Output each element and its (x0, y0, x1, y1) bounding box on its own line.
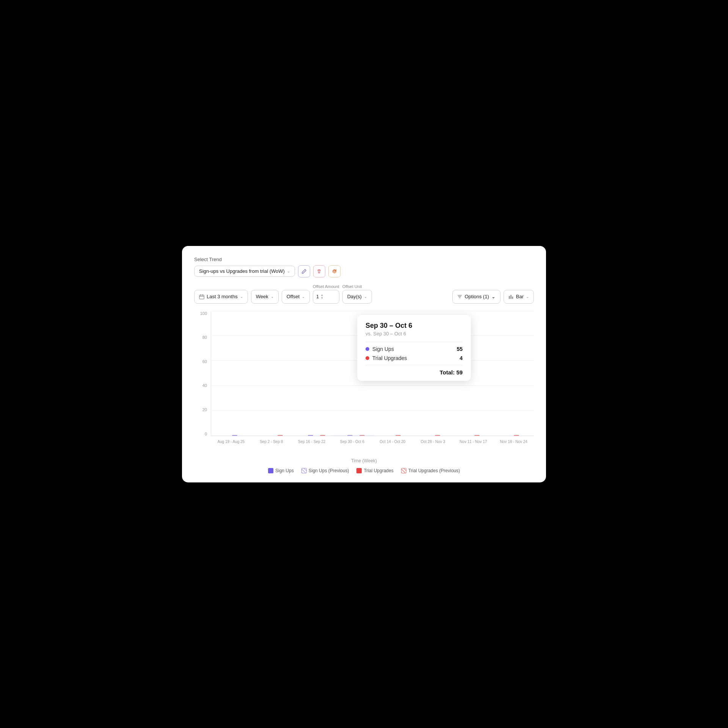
legend-item-trials: Trial Upgrades (356, 468, 393, 473)
stepper-arrows: ▲ ▼ (320, 294, 323, 300)
y-axis: 0 20 40 60 80 100 (194, 311, 209, 436)
legend: Sign Ups Sign Ups (Previous) Trial Upgra… (194, 468, 534, 473)
delete-button[interactable] (313, 265, 325, 277)
trend-select[interactable]: Sign-ups vs Upgrades from trial (WoW) ⌄ (194, 266, 295, 277)
reset-button[interactable] (328, 265, 340, 277)
granularity-filter[interactable]: Week ⌄ (251, 290, 279, 304)
chart-type-label: Bar (516, 294, 524, 299)
chart-inner (211, 311, 534, 436)
bar (395, 435, 401, 436)
chevron-down-icon: ⌄ (240, 294, 243, 299)
offset-unit-filter[interactable]: Day(s) ⌄ (342, 290, 372, 304)
x-label-6: Nov 11 - Nov 17 (453, 437, 494, 455)
options-button[interactable]: Options (1) ⌄ (452, 290, 500, 304)
offset-amount-label: Offset Amount (313, 284, 339, 289)
legend-swatch-signups-prev (301, 468, 307, 473)
offset-unit-group: Offset Unit Day(s) ⌄ (342, 284, 372, 304)
bar (474, 435, 480, 436)
bar (232, 435, 237, 436)
offset-amount-group: Offset Amount 1 ▲ ▼ (313, 284, 339, 304)
legend-swatch-trials (356, 468, 362, 473)
bar-group-1[interactable] (254, 435, 294, 436)
legend-item-signups: Sign Ups (268, 468, 294, 473)
legend-label-trials-prev: Trial Upgrades (Previous) (408, 468, 460, 473)
legend-item-signups-prev: Sign Ups (Previous) (301, 468, 349, 473)
bar-group-0[interactable] (215, 435, 254, 436)
bar-group-6[interactable] (451, 435, 491, 436)
legend-label-trials: Trial Upgrades (364, 468, 393, 473)
x-label-1: Sep 2 - Sep 8 (251, 437, 292, 455)
chart-area: 0 20 40 60 80 100 Aug 19 - Aug 25Sep 2 -… (194, 311, 534, 455)
x-labels: Aug 19 - Aug 25Sep 2 - Sep 8Sep 16 - Sep… (211, 437, 534, 455)
svg-rect-3 (512, 297, 513, 299)
y-label-60: 60 (194, 359, 209, 364)
svg-rect-2 (510, 295, 511, 299)
x-label-5: Oct 28 - Nov 3 (413, 437, 453, 455)
offset-type-label: Offset (287, 294, 300, 299)
offset-unit-value: Day(s) (347, 294, 362, 299)
granularity-label: Week (256, 294, 268, 299)
y-label-80: 80 (194, 335, 209, 340)
chevron-down-icon: ⌄ (364, 294, 367, 299)
x-label-4: Oct 14 - Oct 20 (372, 437, 413, 455)
legend-swatch-signups (268, 468, 273, 473)
bar (320, 435, 325, 436)
offset-amount-input[interactable]: 1 ▲ ▼ (313, 290, 339, 304)
svg-rect-1 (509, 296, 510, 299)
edit-button[interactable] (298, 265, 310, 277)
bar-group-7[interactable] (491, 435, 530, 436)
chevron-down-icon: ⌄ (287, 269, 290, 273)
bar-group-4[interactable] (373, 435, 412, 436)
y-label-0: 0 (194, 432, 209, 436)
y-label-100: 100 (194, 311, 209, 316)
bar-chart-icon (508, 294, 514, 299)
svg-rect-0 (199, 295, 204, 299)
date-range-filter[interactable]: Last 3 months ⌄ (194, 290, 248, 304)
legend-swatch-trials-prev (401, 468, 406, 473)
bar (435, 435, 440, 436)
x-axis-title: Time (Week) (194, 458, 534, 463)
trend-select-label: Sign-ups vs Upgrades from trial (WoW) (199, 268, 285, 274)
calendar-icon (199, 294, 204, 299)
bars-container (211, 311, 534, 436)
bar (308, 435, 313, 436)
chart-type-filter[interactable]: Bar ⌄ (504, 290, 534, 304)
main-card: Select Trend Sign-ups vs Upgrades from t… (182, 246, 546, 482)
chevron-down-icon: ⌄ (271, 294, 274, 299)
bar (278, 435, 283, 436)
bar (514, 435, 519, 436)
x-label-7: Nov 18 - Nov 24 (494, 437, 534, 455)
y-label-40: 40 (194, 383, 209, 388)
chevron-down-icon: ⌄ (491, 294, 496, 299)
filter-icon (457, 294, 462, 299)
bar-group-3[interactable] (333, 435, 373, 436)
chevron-down-icon: ⌄ (526, 294, 529, 299)
options-label: Options (1) (464, 294, 489, 299)
x-label-2: Sep 16 - Sep 22 (292, 437, 332, 455)
bar (359, 435, 365, 436)
bar-group-2[interactable] (294, 435, 333, 436)
y-label-20: 20 (194, 407, 209, 412)
chevron-down-icon: ⌄ (302, 294, 305, 299)
x-label-0: Aug 19 - Aug 25 (211, 437, 251, 455)
offset-unit-label: Offset Unit (342, 284, 372, 289)
date-range-label: Last 3 months (207, 294, 238, 299)
legend-label-signups-prev: Sign Ups (Previous) (309, 468, 349, 473)
offset-amount-value: 1 (316, 294, 319, 299)
offset-type-filter[interactable]: Offset ⌄ (282, 290, 310, 304)
trend-row: Sign-ups vs Upgrades from trial (WoW) ⌄ (194, 265, 534, 277)
bar (347, 435, 353, 436)
section-label: Select Trend (194, 257, 534, 262)
bar-group-5[interactable] (412, 435, 451, 436)
x-label-3: Sep 30 - Oct 6 (332, 437, 373, 455)
arrow-down-icon[interactable]: ▼ (320, 297, 323, 300)
filters-row: Last 3 months ⌄ Week ⌄ Offset ⌄ Offset A… (194, 284, 534, 304)
legend-label-signups: Sign Ups (275, 468, 294, 473)
legend-item-trials-prev: Trial Upgrades (Previous) (401, 468, 460, 473)
